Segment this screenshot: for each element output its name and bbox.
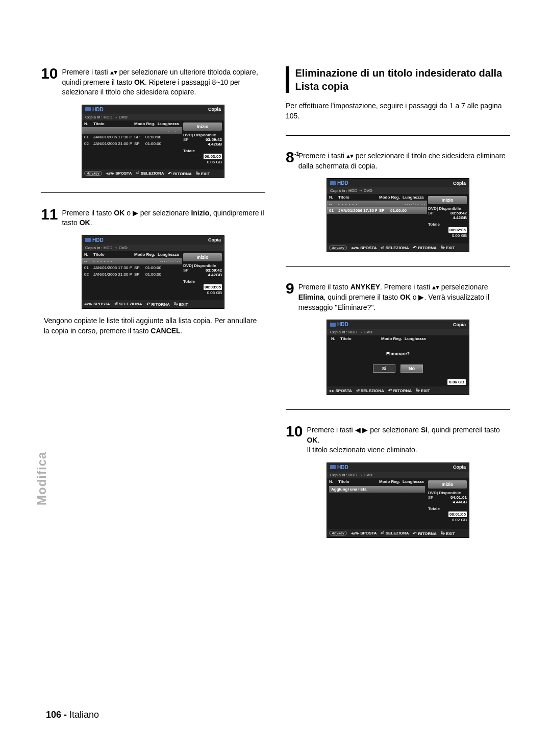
gb-value: 0.06 GB [447,379,466,385]
step-10-right: 10 Premere i tasti ◀ ▶ per selezionare S… [286,424,510,455]
step-text: Premere il tasto ANYKEY. Premere i tasti… [298,281,510,312]
right-column: Eliminazione di un titolo indesiderato d… [286,66,510,538]
separator [41,192,265,193]
side-tab: Modifica [35,452,49,505]
totale-time: 00:03:05 [204,154,222,159]
step-11: 11 Premere il tasto OK o ▶ per seleziona… [41,207,265,228]
osd-screenshot-5: HDD Copia Copia in : HDD → DVD N. Titolo… [327,462,469,538]
osd-screenshot-4-dialog: HDD Copia Copia in : HDD → DVD N. Titolo… [327,320,469,395]
inizio-button: Inizio [183,123,222,131]
table-row: 01 JAN/01/2006 17:30 PR SP 01:00:00 [82,264,182,271]
step-text: Premere i tasti ▴▾ per selezionare il ti… [298,150,510,171]
table-row: 02 JAN/01/2006 21:00 PR SP 01:00:00 [82,271,182,278]
step-number: 10 [286,424,303,439]
dialog-message: Eliminare? [327,351,469,356]
step-number: 11 [41,207,58,222]
osd-screenshot-3: HDD Copia Copia in : HDD → DVD N. Titolo… [327,178,469,252]
table-row: 01 JAN/01/2006 17:30 PR SP 01:00:00 [82,134,182,140]
table-row: 02 JAN/01/2006 21:00 PR SP 01:00:00 [82,140,182,147]
inizio-button: Inizio [183,253,222,261]
step-number: 10 [41,66,58,81]
heading-bar-icon [286,66,289,93]
page-number: 106 - Italiano [46,710,99,720]
step-text: Premere i tasti ▴▾ per selezionare un ul… [62,66,265,97]
section-title: Eliminazione di un titolo indesiderato d… [295,66,510,93]
left-column: 10 Premere i tasti ▴▾ per selezionare un… [41,66,265,538]
note-text: Vengono copiate le liste titoli aggiunte… [41,316,265,336]
hdd-tag: HDD [85,107,104,112]
table-header: N. Titolo Modo Reg. Lunghezza [82,120,182,127]
dialog-yes-button: Sì [373,364,395,373]
separator [286,266,510,267]
anykey-pill: Anykey [84,171,102,176]
inizio-button: Inizio [428,480,467,489]
section-heading: Eliminazione di un titolo indesiderato d… [286,66,510,93]
totale-label: Totale [183,149,222,153]
step-10-left: 10 Premere i tasti ▴▾ per selezionare un… [41,66,265,97]
dialog-no-button: No [400,364,423,373]
step-text: Premere il tasto OK o ▶ per selezionare … [62,207,265,228]
totale-gb: 0.06 GB [183,160,222,164]
copy-path: Copia in : HDD → DVD [82,114,224,120]
inizio-button: Inizio [428,196,467,204]
highlight-row: -- - - - - - - - - - - : - - : - - [82,127,182,134]
osd-screenshot-1: HDD Copia Copia in : HDD → DVD N. Titolo… [82,105,224,178]
dvd-disponibile-label: DVD| Disponibile [183,133,222,137]
copia-label: Copia [208,107,221,112]
step-number: 9 [286,281,294,296]
separator [286,135,510,136]
separator [286,409,510,410]
section-intro: Per effettuare l'impostazione, seguire i… [286,101,510,121]
osd-footer: Anykey ◂▴▾▸ SPOSTA ⏎ SELEZIONA RITORNA E… [82,169,224,178]
step-8-1: 8-1 Premere i tasti ▴▾ per selezionare i… [286,150,510,171]
add-list-row: Aggiungi una lista [329,486,425,493]
step-9: 9 Premere il tasto ANYKEY. Premere i tas… [286,281,510,312]
table-row-selected: 01 JAN/01/2006 17:30 PR SP 01:00:00 [327,207,427,214]
osd-screenshot-2: HDD Copia Copia in : HDD → DVD N. Titolo… [82,235,224,309]
step-text: Premere i tasti ◀ ▶ per selezionare Sì, … [307,424,510,455]
step-number: 8-1 [286,150,294,165]
